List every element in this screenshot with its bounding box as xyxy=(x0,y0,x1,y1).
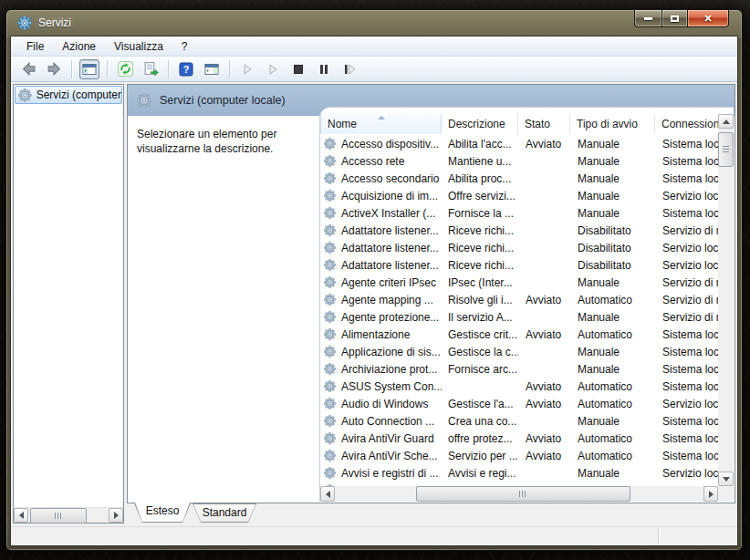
view-tabs: Esteso Standard xyxy=(127,503,735,524)
stop-service-button[interactable] xyxy=(288,59,308,79)
service-gear-icon xyxy=(324,328,336,340)
export-list-icon xyxy=(143,61,159,77)
service-gear-icon xyxy=(324,432,336,444)
table-row[interactable]: ActiveX Installer (... Fornisce la ... M… xyxy=(320,204,718,222)
restart-service-button[interactable] xyxy=(339,59,359,79)
scroll-right-button[interactable] xyxy=(703,486,718,502)
close-button[interactable]: ✕ xyxy=(688,10,729,27)
client-area: File Azione Visualizza ? xyxy=(10,36,738,546)
table-row[interactable]: Agente criteri IPsec IPsec (Inter... Man… xyxy=(320,274,718,291)
table-row[interactable]: Audio di Windows Gestisce l'a... Avviato… xyxy=(320,395,718,412)
list-horizontal-scrollbar[interactable] xyxy=(320,486,718,502)
pause-service-button[interactable] xyxy=(314,59,334,79)
service-gear-icon xyxy=(324,346,336,358)
table-row[interactable]: Auto Connection ... Crea una co... Manua… xyxy=(320,412,718,430)
toolbar: ? xyxy=(11,57,737,82)
table-row[interactable]: Acquisizione di im... Offre servizi... M… xyxy=(320,187,718,204)
service-gear-icon xyxy=(324,155,336,167)
column-header-connessione[interactable]: Connessione xyxy=(655,114,718,134)
service-gear-icon xyxy=(324,450,336,461)
menu-file[interactable]: File xyxy=(18,37,52,56)
list-vertical-scrollbar[interactable] xyxy=(718,114,734,486)
toolbar-separator xyxy=(71,60,72,78)
help-button[interactable]: ? xyxy=(176,59,196,79)
table-row[interactable]: Avira AntiVir Guard offre protez... Avvi… xyxy=(320,430,718,447)
show-console-tree-button[interactable] xyxy=(79,59,99,79)
table-row[interactable]: Alimentazione Gestisce crit... Avviato A… xyxy=(320,326,718,343)
table-row[interactable]: Adattatore listener... Riceve richi... D… xyxy=(320,239,718,256)
service-gear-icon xyxy=(324,294,336,306)
tree-horizontal-scrollbar[interactable] xyxy=(14,507,123,523)
service-gear-icon xyxy=(324,190,336,202)
menu-azione[interactable]: Azione xyxy=(54,37,104,56)
table-row[interactable]: Accesso rete Mantiene u... Manuale Siste… xyxy=(320,152,718,170)
scroll-up-button[interactable] xyxy=(718,114,734,129)
table-row[interactable]: Adattatore listener... Riceve richi... D… xyxy=(320,256,718,274)
refresh-icon xyxy=(118,61,133,77)
forward-button[interactable] xyxy=(44,59,64,79)
back-button[interactable] xyxy=(18,59,38,79)
list-column-headers: Nome Descrizione Stato Tipo di avvio Con… xyxy=(320,114,718,134)
tab-standard[interactable]: Standard xyxy=(193,503,256,523)
title-bar[interactable]: Servizi xyxy=(6,10,742,36)
column-header-descrizione[interactable]: Descrizione xyxy=(442,114,518,134)
service-gear-icon xyxy=(324,172,336,184)
back-arrow-icon xyxy=(21,61,36,77)
export-list-button[interactable] xyxy=(141,59,161,79)
column-header-stato[interactable]: Stato xyxy=(518,114,570,134)
scroll-right-icon xyxy=(114,512,119,519)
tree-item-label: Servizi (computer xyxy=(36,88,121,101)
services-gear-icon xyxy=(17,16,32,30)
table-row[interactable]: Adattatore listener... Riceve richi... D… xyxy=(320,222,718,239)
column-header-nome[interactable]: Nome xyxy=(320,114,442,134)
service-gear-icon xyxy=(324,311,336,323)
scrollbar-thumb[interactable] xyxy=(30,508,87,524)
service-gear-icon xyxy=(324,363,336,375)
thumb-grip xyxy=(55,513,62,519)
table-row[interactable]: ASUS System Con... Avviato Automatico Si… xyxy=(320,378,718,395)
minimize-button[interactable] xyxy=(634,10,661,27)
service-gear-icon xyxy=(324,242,336,254)
minimize-icon xyxy=(644,17,652,20)
column-header-tipo-di-avvio[interactable]: Tipo di avvio xyxy=(570,114,655,134)
table-row[interactable]: Accesso secondario Abilita proc... Manua… xyxy=(320,170,718,187)
forward-arrow-icon xyxy=(47,61,62,77)
scroll-right-button[interactable] xyxy=(109,508,123,523)
services-main-panel: Servizi (computer locale) Selezionare un… xyxy=(127,84,735,503)
resume-service-button[interactable] xyxy=(263,59,283,79)
services-gear-icon xyxy=(137,93,151,108)
maximize-button[interactable] xyxy=(661,10,688,27)
scroll-left-button[interactable] xyxy=(14,508,28,523)
table-row[interactable]: Applicazione di sis... Gestisce la c... … xyxy=(320,343,718,360)
scrollbar-thumb[interactable] xyxy=(718,132,734,167)
service-gear-icon xyxy=(324,276,336,288)
tab-esteso[interactable]: Esteso xyxy=(134,503,191,523)
scroll-left-button[interactable] xyxy=(320,486,335,502)
service-gear-icon xyxy=(324,259,336,271)
help-icon: ? xyxy=(179,62,193,77)
caption-buttons: ✕ xyxy=(634,10,729,27)
panel-title: Servizi (computer locale) xyxy=(160,94,286,107)
menu-help[interactable]: ? xyxy=(173,37,196,56)
show-action-pane-button[interactable] xyxy=(202,59,222,79)
services-gear-icon xyxy=(18,88,32,102)
table-row[interactable]: Avira AntiVir Sche... Servizio per ... A… xyxy=(320,447,718,464)
table-row[interactable]: Agente protezione... Il servizio A... Ma… xyxy=(320,308,718,326)
start-service-button[interactable] xyxy=(237,59,257,79)
window-title: Servizi xyxy=(38,16,71,29)
selection-description-hint: Selezionare un elemento per visualizzarn… xyxy=(137,127,319,156)
table-row[interactable]: Agente mapping ... Risolve gli i... Avvi… xyxy=(320,291,718,308)
table-row[interactable]: Archiviazione prot... Fornisce arc... Ma… xyxy=(320,360,718,378)
thumb-grip xyxy=(519,491,526,497)
scroll-down-button[interactable] xyxy=(718,472,734,486)
table-row[interactable]: Avvisi e registri di ... Avvisi e regi..… xyxy=(320,464,718,482)
scrollbar-thumb[interactable] xyxy=(416,486,630,502)
play-icon xyxy=(240,62,255,77)
table-row[interactable]: Accesso dispositiv... Abilita l'acc... A… xyxy=(320,135,718,152)
tree-item-services-root[interactable]: Servizi (computer xyxy=(15,86,122,104)
refresh-button[interactable] xyxy=(115,59,135,79)
restart-icon xyxy=(342,62,357,77)
services-list-panel: Nome Descrizione Stato Tipo di avvio Con… xyxy=(319,107,734,502)
menu-visualizza[interactable]: Visualizza xyxy=(106,37,172,56)
service-gear-icon xyxy=(324,380,336,392)
